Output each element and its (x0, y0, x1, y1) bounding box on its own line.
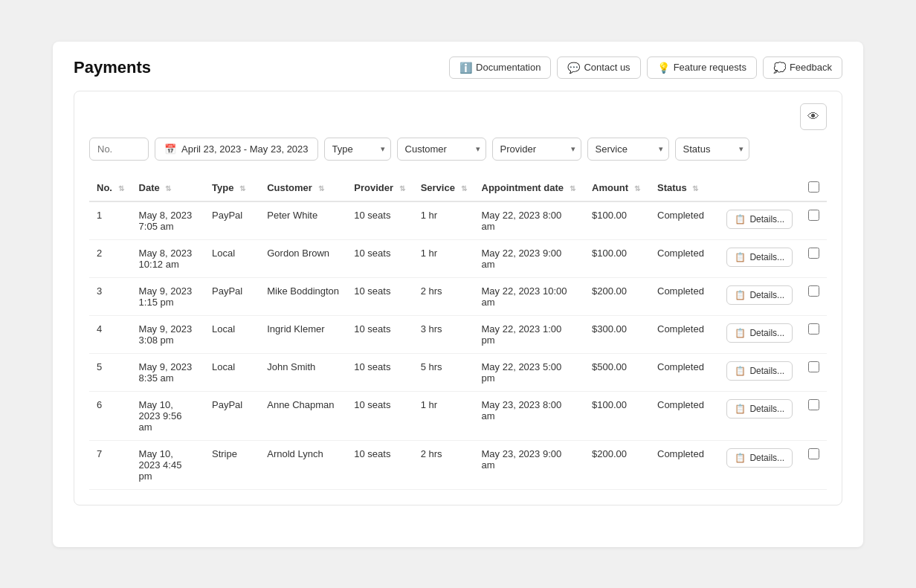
th-select-all[interactable] (801, 175, 827, 201)
page-header: Payments ℹ️ Documentation 💬 Contact us 💡… (74, 56, 842, 79)
service-filter[interactable]: Service (587, 138, 669, 161)
cell-date: May 9, 2023 8:35 am (132, 353, 204, 391)
cell-provider: 10 seats (346, 277, 413, 315)
customer-filter[interactable]: Customer (397, 138, 486, 161)
cell-appointment: May 22, 2023 9:00 am (474, 239, 585, 277)
cell-actions: 📋 Details... (719, 201, 800, 240)
table-row: 5 May 9, 2023 8:35 am Local John Smith 1… (89, 353, 827, 391)
cell-actions: 📋 Details... (719, 440, 800, 489)
details-icon: 📋 (735, 290, 746, 300)
cell-no: 3 (89, 277, 132, 315)
cell-checkbox[interactable] (801, 277, 827, 315)
status-filter-wrapper: Status (675, 138, 749, 161)
details-button[interactable]: 📋 Details... (726, 448, 793, 468)
row-checkbox[interactable] (808, 448, 819, 459)
th-date: Date ⇅ (132, 175, 204, 201)
details-icon: 📋 (735, 366, 746, 376)
cell-appointment: May 22, 2023 10:00 am (474, 277, 585, 315)
th-customer: Customer ⇅ (259, 175, 346, 201)
visibility-button[interactable]: 👁 (800, 103, 827, 130)
cell-appointment: May 22, 2023 5:00 pm (474, 353, 585, 391)
feedback-button[interactable]: 💭 Feedback (763, 56, 842, 79)
table-row: 7 May 10, 2023 4:45 pm Stripe Arnold Lyn… (89, 440, 827, 489)
cell-checkbox[interactable] (801, 391, 827, 440)
cell-customer: Gordon Brown (259, 239, 346, 277)
cell-checkbox[interactable] (801, 315, 827, 353)
cell-date: May 10, 2023 9:56 am (132, 391, 204, 440)
documentation-icon: ℹ️ (459, 62, 472, 74)
select-all-checkbox[interactable] (808, 181, 819, 193)
cell-customer: Ingrid Klemer (259, 315, 346, 353)
cell-service: 5 hrs (413, 353, 474, 391)
sort-icon-type: ⇅ (239, 184, 245, 193)
eye-icon: 👁 (807, 110, 819, 123)
cell-appointment: May 22, 2023 1:00 pm (474, 315, 585, 353)
cell-amount: $200.00 (584, 440, 650, 489)
row-checkbox[interactable] (808, 361, 819, 372)
type-filter[interactable]: Type PayPal Local Stripe (324, 138, 391, 161)
table-row: 6 May 10, 2023 9:56 am PayPal Anne Chapm… (89, 391, 827, 440)
cell-service: 3 hrs (413, 315, 474, 353)
cell-actions: 📋 Details... (719, 315, 800, 353)
cell-type: Local (204, 315, 259, 353)
cell-provider: 10 seats (346, 239, 413, 277)
cell-no: 4 (89, 315, 132, 353)
details-icon: 📋 (735, 214, 746, 224)
row-checkbox[interactable] (808, 285, 819, 297)
row-checkbox[interactable] (808, 248, 819, 259)
details-icon: 📋 (735, 252, 746, 262)
documentation-button[interactable]: ℹ️ Documentation (449, 56, 551, 79)
contact-us-button[interactable]: 💬 Contact us (557, 56, 640, 79)
cell-amount: $500.00 (584, 353, 650, 391)
cell-service: 1 hr (413, 201, 474, 240)
details-icon: 📋 (735, 453, 746, 463)
status-filter[interactable]: Status (675, 138, 749, 161)
details-button[interactable]: 📋 Details... (726, 248, 793, 267)
details-button[interactable]: 📋 Details... (726, 285, 793, 305)
cell-status: Completed (650, 315, 719, 353)
th-type: Type ⇅ (204, 175, 259, 201)
th-no: No. ⇅ (89, 175, 132, 201)
th-amount: Amount ⇅ (584, 175, 650, 201)
details-button[interactable]: 📋 Details... (726, 399, 793, 419)
table-row: 1 May 8, 2023 7:05 am PayPal Peter White… (89, 201, 827, 240)
calendar-icon: 📅 (164, 143, 176, 155)
cell-provider: 10 seats (346, 201, 413, 240)
cell-checkbox[interactable] (801, 201, 827, 240)
cell-no: 7 (89, 440, 132, 489)
row-checkbox[interactable] (808, 399, 819, 410)
cell-checkbox[interactable] (801, 353, 827, 391)
row-checkbox[interactable] (808, 323, 819, 335)
row-checkbox[interactable] (808, 210, 819, 221)
details-button[interactable]: 📋 Details... (726, 361, 793, 381)
cell-type: PayPal (204, 391, 259, 440)
no-filter-input[interactable] (89, 138, 149, 161)
table-row: 3 May 9, 2023 1:15 pm PayPal Mike Boddin… (89, 277, 827, 315)
details-button[interactable]: 📋 Details... (726, 210, 793, 229)
details-button[interactable]: 📋 Details... (726, 323, 793, 343)
cell-appointment: May 22, 2023 8:00 am (474, 201, 585, 240)
cell-type: PayPal (204, 201, 259, 240)
sort-icon-date: ⇅ (165, 184, 171, 193)
cell-type: PayPal (204, 277, 259, 315)
sort-icon-customer: ⇅ (318, 184, 324, 193)
cell-checkbox[interactable] (801, 440, 827, 489)
cell-checkbox[interactable] (801, 239, 827, 277)
cell-amount: $100.00 (584, 391, 650, 440)
cell-service: 2 hrs (413, 277, 474, 315)
sort-icon-no: ⇅ (118, 184, 124, 193)
th-appointment: Appointment date ⇅ (474, 175, 585, 201)
provider-filter[interactable]: Provider (492, 138, 581, 161)
cell-service: 1 hr (413, 391, 474, 440)
feature-requests-button[interactable]: 💡 Feature requests (647, 56, 757, 79)
provider-filter-wrapper: Provider (492, 138, 581, 161)
cell-amount: $200.00 (584, 277, 650, 315)
cell-appointment: May 23, 2023 8:00 am (474, 391, 585, 440)
cell-provider: 10 seats (346, 440, 413, 489)
service-filter-wrapper: Service (587, 138, 669, 161)
cell-amount: $300.00 (584, 315, 650, 353)
cell-no: 1 (89, 201, 132, 240)
table-row: 2 May 8, 2023 10:12 am Local Gordon Brow… (89, 239, 827, 277)
date-range-filter[interactable]: 📅 April 23, 2023 - May 23, 2023 (155, 138, 318, 161)
cell-status: Completed (650, 353, 719, 391)
